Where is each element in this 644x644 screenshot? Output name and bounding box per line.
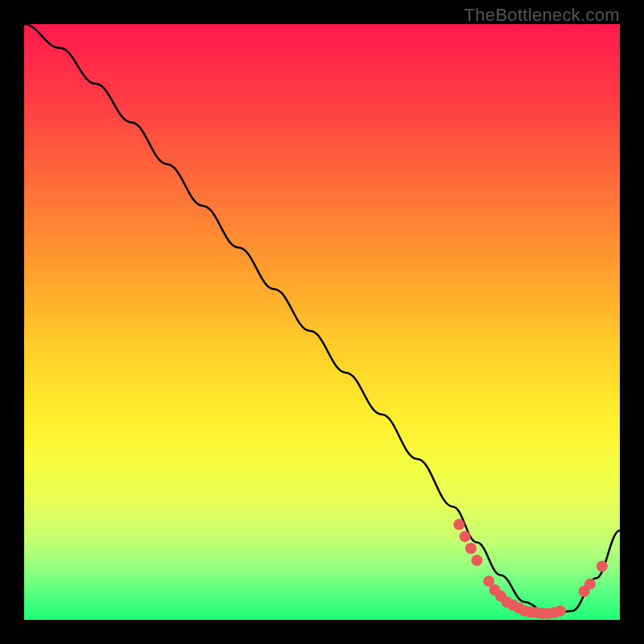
marker-dot — [584, 579, 596, 590]
curve-svg — [24, 24, 620, 620]
marker-dot — [471, 555, 482, 566]
marker-dot — [555, 605, 566, 617]
marker-dot — [465, 543, 477, 554]
curve-line — [24, 24, 620, 614]
chart-frame: TheBottleneck.com — [0, 0, 644, 644]
marker-dot — [453, 519, 464, 530]
watermark-text: TheBottleneck.com — [464, 5, 620, 26]
marker-dot — [597, 560, 608, 572]
plot-area — [24, 24, 620, 620]
marker-dot — [460, 530, 471, 542]
